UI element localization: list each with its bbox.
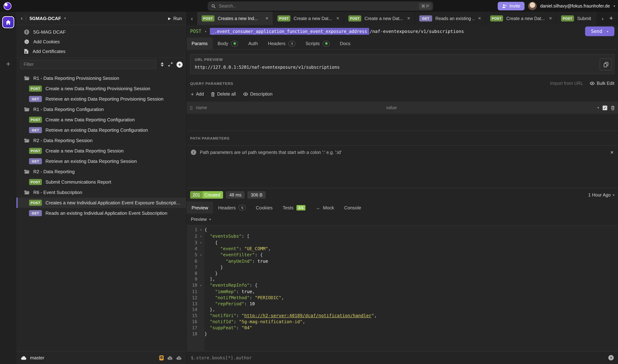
sidebar-request[interactable]: POSTCreates a new Individual Application… bbox=[16, 197, 186, 208]
request-tab[interactable]: POSTCreate a new Dat...✕ bbox=[344, 12, 415, 25]
tab-scroll-left[interactable]: ‹ bbox=[186, 12, 197, 25]
fold-caret-icon[interactable]: ▾ bbox=[197, 233, 204, 240]
add-workspace-button[interactable]: + bbox=[6, 60, 11, 68]
request-tab[interactable]: POSTCreate a new Dat...✕ bbox=[486, 12, 557, 25]
copy-url-button[interactable] bbox=[600, 58, 612, 70]
param-name-input[interactable] bbox=[196, 105, 383, 110]
preview-mode-caret-icon[interactable]: ▾ bbox=[209, 218, 211, 221]
add-request-button[interactable]: + bbox=[177, 61, 183, 67]
search-input[interactable] bbox=[219, 4, 416, 9]
sidebar-request[interactable]: POSTCreate a new Data Reporting Session bbox=[16, 146, 186, 156]
sidebar-request[interactable]: GETRetrieve an existing Data Reporting C… bbox=[16, 125, 186, 135]
request-tab[interactable]: POSTCreate a new Dat...✕ bbox=[273, 12, 344, 25]
sidebar-folder[interactable]: R2 - Data Reporting Session bbox=[16, 135, 186, 146]
sidebar-request[interactable]: GETReads an existing Individual Applicat… bbox=[16, 208, 186, 218]
response-tab-headers[interactable]: Headers9 bbox=[213, 202, 251, 214]
tab-close-icon[interactable]: ✕ bbox=[265, 16, 269, 21]
filter-input[interactable] bbox=[24, 62, 153, 67]
response-tab-console[interactable]: Console bbox=[339, 202, 366, 214]
filter-box[interactable] bbox=[20, 60, 157, 69]
sidebar-folder[interactable]: R6 - Event Subscription bbox=[16, 187, 186, 197]
delete-all-params-button[interactable]: Delete all bbox=[211, 92, 236, 97]
request-tab[interactable]: POSTSubmit Co bbox=[557, 12, 597, 25]
request-label: R2 - Data Reporting bbox=[33, 169, 75, 174]
invite-button[interactable]: Invite bbox=[498, 2, 525, 10]
sidebar-request[interactable]: POSTCreate a new Data Reporting Configur… bbox=[16, 115, 186, 125]
trash-icon[interactable] bbox=[611, 105, 615, 110]
param-options-caret-icon[interactable]: ▾ bbox=[597, 106, 599, 110]
back-chevron-icon[interactable]: ‹ bbox=[21, 15, 23, 21]
send-options-caret-icon[interactable]: ▾ bbox=[606, 29, 608, 33]
close-icon[interactable]: ✕ bbox=[610, 150, 614, 155]
sidebar-item-certificates[interactable]: Add Certificates bbox=[16, 47, 186, 56]
response-body-editor[interactable]: 1▾{2▾ "eventsSubs": [3▾ {4 "event": "UE_… bbox=[186, 225, 618, 351]
request-tab[interactable]: GETReads an existing ...✕ bbox=[415, 12, 486, 25]
tab-close-icon[interactable]: ✕ bbox=[478, 16, 481, 21]
request-tab-scripts[interactable]: Scripts bbox=[301, 38, 335, 49]
fold-caret-icon[interactable]: ▾ bbox=[197, 282, 204, 289]
account-menu-caret-icon[interactable]: ▾ bbox=[614, 4, 615, 8]
git-branch-label[interactable]: master bbox=[30, 355, 44, 360]
run-button[interactable]: ▶ Run bbox=[168, 15, 182, 21]
sidebar: ‹ 5GMAG-DCAF ▾ ▶ Run 5G-MAG DCAF bbox=[16, 12, 186, 364]
expand-icon[interactable] bbox=[168, 62, 173, 67]
insomnia-sync-icon[interactable] bbox=[159, 355, 164, 361]
request-tab[interactable]: POSTCreates a new Ind...✕ bbox=[197, 12, 273, 25]
response-tab-cookies[interactable]: Cookies bbox=[251, 202, 278, 214]
send-button[interactable]: Send ▾ bbox=[585, 26, 614, 36]
sidebar-request[interactable]: POSTSubmit Communications Report bbox=[16, 177, 186, 187]
environment-variable-chip[interactable]: _.event_consumer_application_function_ev… bbox=[210, 28, 369, 35]
workspace-name[interactable]: 5GMAG-DCAF bbox=[29, 15, 61, 21]
cloud-push-icon[interactable] bbox=[176, 356, 182, 360]
method-select[interactable]: POST bbox=[190, 29, 201, 34]
sidebar-folder[interactable]: R2 - Data Reporting bbox=[16, 167, 186, 177]
path-params-header: PATH PARAMETERS bbox=[186, 131, 618, 145]
import-from-url-button[interactable]: Import from URL bbox=[550, 81, 583, 86]
bulk-edit-button[interactable]: Bulk Edit bbox=[590, 81, 614, 86]
global-search[interactable]: ⌘ P bbox=[208, 1, 433, 11]
fold-caret-icon[interactable]: ▾ bbox=[197, 240, 204, 246]
tab-close-icon[interactable]: ✕ bbox=[336, 16, 340, 21]
param-enabled-checkbox[interactable]: ✓ bbox=[603, 105, 607, 110]
sidebar-request[interactable]: GETRetrieve an existing Data Reporting S… bbox=[16, 156, 186, 167]
workspace-caret-icon[interactable]: ▾ bbox=[64, 16, 66, 20]
response-tab-tests[interactable]: Tests1/1 bbox=[278, 202, 310, 214]
request-tab-auth[interactable]: Auth bbox=[243, 38, 263, 49]
description-label: Description bbox=[250, 92, 273, 97]
param-value-input[interactable] bbox=[386, 105, 594, 110]
method-badge: POST bbox=[29, 148, 42, 154]
cloud-pull-icon[interactable] bbox=[167, 356, 173, 360]
help-icon[interactable]: ? bbox=[608, 355, 614, 360]
drag-handle-icon[interactable] bbox=[190, 105, 193, 110]
tab-scroll-right[interactable]: › bbox=[602, 15, 604, 22]
response-tab-preview[interactable]: Preview bbox=[186, 202, 213, 214]
response-history-dropdown[interactable]: 1 Hour Ago ▾ bbox=[588, 192, 614, 197]
sidebar-item-cookies[interactable]: Add Cookies bbox=[16, 37, 186, 47]
tab-close-icon[interactable]: ✕ bbox=[407, 16, 410, 21]
fold-caret-icon[interactable]: ▾ bbox=[197, 227, 204, 233]
sidebar-request[interactable]: GETRetrieve an existing Data Reporting P… bbox=[16, 94, 186, 104]
sort-icon[interactable] bbox=[160, 62, 164, 67]
fold-caret-icon[interactable]: ▾ bbox=[197, 252, 204, 259]
fold-spacer bbox=[197, 270, 204, 276]
add-param-button[interactable]: + Add bbox=[191, 91, 204, 97]
url-input[interactable]: _.event_consumer_application_function_ev… bbox=[210, 28, 464, 35]
response-tab-mock[interactable]: →Mock bbox=[310, 202, 339, 214]
request-tab-headers[interactable]: Headers4 bbox=[263, 38, 300, 49]
sidebar-folder[interactable]: R1 - Data Reporting Configuration bbox=[16, 104, 186, 115]
code-text: "notifUri": "http://h2-server:40189/dcaf… bbox=[204, 313, 377, 319]
preview-mode-select[interactable]: Preview bbox=[191, 217, 207, 222]
new-tab-button[interactable]: + bbox=[609, 15, 613, 22]
jsonpath-filter-input[interactable] bbox=[191, 355, 608, 360]
request-tab-docs[interactable]: Docs bbox=[335, 38, 355, 49]
avatar[interactable] bbox=[528, 2, 537, 10]
sidebar-request[interactable]: POSTCreate a new Data Reporting Provisio… bbox=[16, 83, 186, 94]
tab-close-icon[interactable]: ✕ bbox=[549, 16, 552, 21]
sidebar-item-environment[interactable]: 5G-MAG DCAF bbox=[16, 27, 186, 37]
request-tab-params[interactable]: Params bbox=[186, 38, 213, 49]
request-tab-body[interactable]: Body bbox=[213, 38, 243, 49]
description-toggle-button[interactable]: Description bbox=[243, 92, 273, 97]
home-button[interactable] bbox=[2, 16, 14, 28]
method-caret-icon[interactable]: ▾ bbox=[205, 29, 207, 33]
sidebar-folder[interactable]: R1 - Data Reporting Provisioning Session bbox=[16, 73, 186, 83]
